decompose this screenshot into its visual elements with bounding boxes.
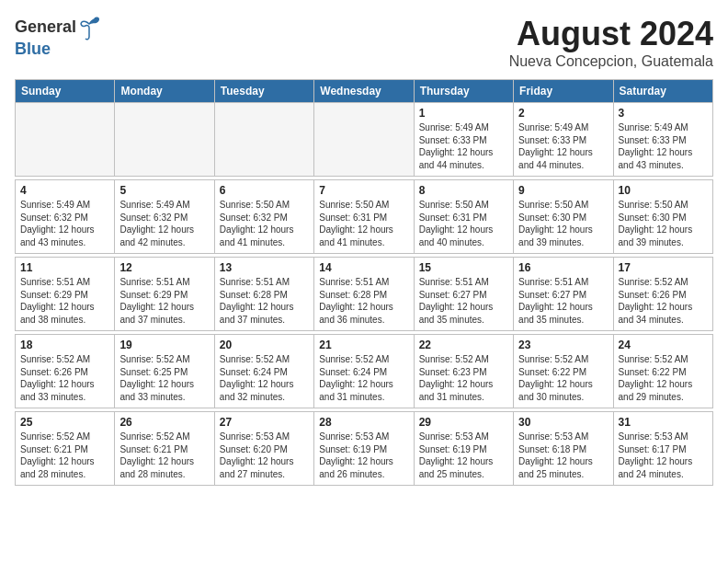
day-info: Sunrise: 5:50 AM Sunset: 6:30 PM Dayligh…: [518, 199, 608, 248]
day-number: 7: [319, 184, 408, 197]
calendar-day-cell: 11Sunrise: 5:51 AM Sunset: 6:29 PM Dayli…: [16, 258, 115, 331]
calendar-day-cell: 30Sunrise: 5:53 AM Sunset: 6:18 PM Dayli…: [514, 412, 613, 486]
day-info: Sunrise: 5:53 AM Sunset: 6:19 PM Dayligh…: [419, 431, 508, 480]
day-number: 3: [619, 107, 708, 120]
calendar-header-row: SundayMondayTuesdayWednesdayThursdayFrid…: [16, 80, 713, 103]
day-number: 27: [220, 416, 309, 429]
day-info: Sunrise: 5:50 AM Sunset: 6:31 PM Dayligh…: [419, 199, 508, 248]
day-info: Sunrise: 5:51 AM Sunset: 6:27 PM Dayligh…: [518, 276, 608, 326]
calendar-day-cell: 24Sunrise: 5:52 AM Sunset: 6:22 PM Dayli…: [613, 335, 712, 408]
calendar-day-cell: 3Sunrise: 5:49 AM Sunset: 6:33 PM Daylig…: [613, 103, 712, 177]
day-number: 13: [220, 261, 309, 274]
location-subtitle: Nueva Concepcion, Guatemala: [509, 53, 713, 70]
calendar-day-cell: 8Sunrise: 5:50 AM Sunset: 6:31 PM Daylig…: [414, 180, 513, 254]
day-number: 18: [20, 339, 109, 351]
logo-bird-icon: [78, 15, 100, 40]
day-number: 20: [220, 339, 309, 351]
day-info: Sunrise: 5:52 AM Sunset: 6:24 PM Dayligh…: [319, 353, 408, 403]
day-info: Sunrise: 5:50 AM Sunset: 6:32 PM Dayligh…: [220, 199, 309, 248]
day-info: Sunrise: 5:53 AM Sunset: 6:18 PM Dayligh…: [518, 431, 608, 480]
day-number: 17: [619, 261, 708, 274]
calendar-day-cell: 18Sunrise: 5:52 AM Sunset: 6:26 PM Dayli…: [16, 335, 115, 408]
day-number: 29: [419, 416, 508, 429]
day-info: Sunrise: 5:49 AM Sunset: 6:33 PM Dayligh…: [619, 121, 708, 171]
day-info: Sunrise: 5:52 AM Sunset: 6:21 PM Dayligh…: [119, 431, 209, 480]
day-info: Sunrise: 5:52 AM Sunset: 6:24 PM Dayligh…: [220, 353, 309, 403]
day-info: Sunrise: 5:52 AM Sunset: 6:26 PM Dayligh…: [619, 276, 708, 326]
calendar-day-cell: 25Sunrise: 5:52 AM Sunset: 6:21 PM Dayli…: [16, 412, 115, 486]
calendar-day-cell: 15Sunrise: 5:51 AM Sunset: 6:27 PM Dayli…: [414, 258, 513, 331]
calendar-day-cell: 14Sunrise: 5:51 AM Sunset: 6:28 PM Dayli…: [314, 258, 414, 331]
calendar-day-cell: 16Sunrise: 5:51 AM Sunset: 6:27 PM Dayli…: [514, 258, 613, 331]
day-number: 1: [419, 107, 508, 120]
day-number: 11: [20, 261, 109, 274]
day-of-week-header: Tuesday: [214, 80, 313, 103]
calendar-day-cell: 28Sunrise: 5:53 AM Sunset: 6:19 PM Dayli…: [314, 412, 414, 486]
day-info: Sunrise: 5:49 AM Sunset: 6:33 PM Dayligh…: [518, 121, 608, 171]
day-info: Sunrise: 5:53 AM Sunset: 6:20 PM Dayligh…: [220, 431, 309, 480]
logo-general-text: General: [15, 18, 76, 37]
page-header: General Blue August 2024 Nueva Concepcio…: [15, 15, 713, 70]
day-of-week-header: Sunday: [16, 80, 115, 103]
calendar-day-cell: [115, 103, 214, 177]
logo-blue-text: Blue: [15, 40, 100, 59]
calendar-day-cell: [314, 103, 414, 177]
calendar-day-cell: 22Sunrise: 5:52 AM Sunset: 6:23 PM Dayli…: [414, 335, 513, 408]
day-info: Sunrise: 5:50 AM Sunset: 6:31 PM Dayligh…: [319, 199, 408, 248]
day-number: 8: [419, 184, 508, 197]
logo: General Blue: [15, 15, 100, 59]
calendar-day-cell: 4Sunrise: 5:49 AM Sunset: 6:32 PM Daylig…: [16, 180, 115, 254]
day-of-week-header: Thursday: [414, 80, 513, 103]
day-info: Sunrise: 5:52 AM Sunset: 6:25 PM Dayligh…: [119, 353, 209, 403]
day-of-week-header: Friday: [514, 80, 613, 103]
calendar-week-row: 25Sunrise: 5:52 AM Sunset: 6:21 PM Dayli…: [16, 412, 713, 486]
calendar-day-cell: 20Sunrise: 5:52 AM Sunset: 6:24 PM Dayli…: [214, 335, 313, 408]
calendar-table: SundayMondayTuesdayWednesdayThursdayFrid…: [15, 79, 713, 486]
day-info: Sunrise: 5:52 AM Sunset: 6:22 PM Dayligh…: [518, 353, 608, 403]
day-info: Sunrise: 5:53 AM Sunset: 6:19 PM Dayligh…: [319, 431, 408, 480]
day-info: Sunrise: 5:53 AM Sunset: 6:17 PM Dayligh…: [619, 431, 708, 480]
day-number: 28: [319, 416, 408, 429]
day-number: 2: [518, 107, 608, 120]
day-info: Sunrise: 5:51 AM Sunset: 6:27 PM Dayligh…: [419, 276, 508, 326]
calendar-day-cell: 17Sunrise: 5:52 AM Sunset: 6:26 PM Dayli…: [613, 258, 712, 331]
month-year-title: August 2024: [509, 15, 713, 53]
calendar-day-cell: 5Sunrise: 5:49 AM Sunset: 6:32 PM Daylig…: [115, 180, 214, 254]
calendar-day-cell: 27Sunrise: 5:53 AM Sunset: 6:20 PM Dayli…: [214, 412, 313, 486]
calendar-week-row: 1Sunrise: 5:49 AM Sunset: 6:33 PM Daylig…: [16, 103, 713, 177]
day-info: Sunrise: 5:51 AM Sunset: 6:28 PM Dayligh…: [319, 276, 408, 326]
day-number: 16: [518, 261, 608, 274]
day-info: Sunrise: 5:51 AM Sunset: 6:28 PM Dayligh…: [220, 276, 309, 326]
day-info: Sunrise: 5:52 AM Sunset: 6:22 PM Dayligh…: [619, 353, 708, 403]
day-number: 14: [319, 261, 408, 274]
day-number: 9: [518, 184, 608, 197]
calendar-day-cell: 1Sunrise: 5:49 AM Sunset: 6:33 PM Daylig…: [414, 103, 513, 177]
day-of-week-header: Wednesday: [314, 80, 414, 103]
day-info: Sunrise: 5:52 AM Sunset: 6:23 PM Dayligh…: [419, 353, 508, 403]
calendar-day-cell: 12Sunrise: 5:51 AM Sunset: 6:29 PM Dayli…: [115, 258, 214, 331]
title-block: August 2024 Nueva Concepcion, Guatemala: [509, 15, 713, 70]
day-info: Sunrise: 5:51 AM Sunset: 6:29 PM Dayligh…: [119, 276, 209, 326]
day-number: 26: [119, 416, 209, 429]
day-number: 19: [119, 339, 209, 351]
day-number: 15: [419, 261, 508, 274]
day-number: 5: [119, 184, 209, 197]
calendar-day-cell: 29Sunrise: 5:53 AM Sunset: 6:19 PM Dayli…: [414, 412, 513, 486]
day-number: 24: [619, 339, 708, 351]
day-info: Sunrise: 5:52 AM Sunset: 6:26 PM Dayligh…: [20, 353, 109, 403]
calendar-day-cell: [214, 103, 313, 177]
calendar-day-cell: 23Sunrise: 5:52 AM Sunset: 6:22 PM Dayli…: [514, 335, 613, 408]
day-number: 25: [20, 416, 109, 429]
calendar-day-cell: 2Sunrise: 5:49 AM Sunset: 6:33 PM Daylig…: [514, 103, 613, 177]
day-info: Sunrise: 5:52 AM Sunset: 6:21 PM Dayligh…: [20, 431, 109, 480]
calendar-day-cell: 26Sunrise: 5:52 AM Sunset: 6:21 PM Dayli…: [115, 412, 214, 486]
day-number: 6: [220, 184, 309, 197]
calendar-day-cell: [16, 103, 115, 177]
calendar-day-cell: 21Sunrise: 5:52 AM Sunset: 6:24 PM Dayli…: [314, 335, 414, 408]
day-number: 31: [619, 416, 708, 429]
day-number: 21: [319, 339, 408, 351]
calendar-day-cell: 9Sunrise: 5:50 AM Sunset: 6:30 PM Daylig…: [514, 180, 613, 254]
day-info: Sunrise: 5:51 AM Sunset: 6:29 PM Dayligh…: [20, 276, 109, 326]
day-number: 10: [619, 184, 708, 197]
calendar-week-row: 4Sunrise: 5:49 AM Sunset: 6:32 PM Daylig…: [16, 180, 713, 254]
